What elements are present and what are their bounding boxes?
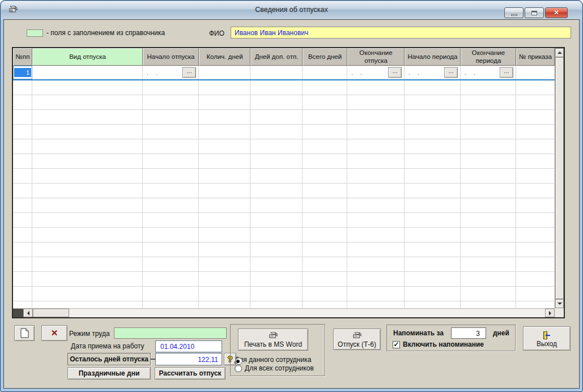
grid-cell-date[interactable]: . .... bbox=[405, 66, 461, 79]
print-group: Печать в MS Word Для данного сотрудника … bbox=[230, 324, 325, 376]
grid-cell bbox=[347, 80, 405, 95]
column-header-4[interactable]: Колич. дней bbox=[199, 48, 250, 66]
date-picker-button[interactable]: ... bbox=[444, 67, 458, 78]
grid-empty-row[interactable] bbox=[13, 242, 555, 257]
minimize-button[interactable] bbox=[504, 7, 524, 18]
new-record-button[interactable] bbox=[14, 325, 35, 341]
grid-cell[interactable] bbox=[303, 66, 347, 79]
hire-date-input[interactable]: 01.04.2010 bbox=[155, 340, 222, 352]
fio-input[interactable]: Иванов Иван Иванович bbox=[231, 27, 571, 39]
grid-cell[interactable] bbox=[32, 66, 143, 79]
scope-option-all[interactable]: Для всех сотрудников bbox=[235, 364, 314, 372]
grid-empty-row[interactable] bbox=[13, 301, 555, 308]
grid-empty-row[interactable] bbox=[13, 184, 555, 198]
scroll-up-button[interactable] bbox=[555, 48, 564, 57]
grid-header-row: №ппВид отпускаНачало отпускаКолич. днейД… bbox=[13, 48, 555, 66]
grid-cell bbox=[405, 213, 461, 227]
radio-all-employees[interactable] bbox=[235, 365, 242, 372]
grid-cell bbox=[199, 139, 250, 154]
close-button[interactable]: ✕ bbox=[545, 7, 568, 18]
scroll-down-button[interactable] bbox=[555, 299, 564, 308]
delete-record-button[interactable]: ✕ bbox=[41, 325, 67, 341]
grid-cell bbox=[143, 154, 199, 168]
grid-empty-row[interactable] bbox=[13, 257, 555, 272]
grid-cell bbox=[303, 184, 347, 198]
vertical-scrollbar[interactable] bbox=[555, 48, 564, 308]
grid-cell-rownum[interactable]: 1 bbox=[13, 66, 32, 79]
holidays-button[interactable]: Праздничные дни bbox=[67, 367, 151, 380]
window-titlebar[interactable]: Сведения об отпусках ✕ bbox=[1, 1, 582, 19]
grid-cell bbox=[303, 95, 347, 109]
column-header-6[interactable]: Всего дней bbox=[303, 48, 347, 66]
exit-button[interactable]: Выход bbox=[523, 326, 571, 351]
column-header-label: № приказа bbox=[519, 53, 552, 61]
column-header-3[interactable]: Начало отпуска bbox=[143, 48, 199, 66]
grid-empty-row[interactable] bbox=[13, 110, 555, 125]
vertical-scroll-thumb[interactable] bbox=[555, 57, 564, 299]
grid-cell bbox=[143, 169, 199, 183]
grid-empty-row[interactable] bbox=[13, 95, 555, 110]
radio-all-label: Для всех сотрудников bbox=[245, 364, 314, 372]
grid-cell bbox=[199, 154, 250, 168]
grid-cell bbox=[13, 242, 32, 257]
column-header-5[interactable]: Дней доп. отп. bbox=[250, 48, 303, 66]
grid-selected-row[interactable]: 1. ..... ..... ..... .... bbox=[13, 66, 555, 80]
grid-cell bbox=[405, 125, 461, 139]
grid-cell bbox=[405, 287, 461, 301]
calculate-vacation-button[interactable]: Рассчитать отпуск bbox=[155, 367, 225, 380]
grid-cell bbox=[516, 95, 555, 109]
maximize-icon bbox=[531, 11, 537, 15]
grid-cell bbox=[13, 287, 32, 301]
date-picker-button[interactable]: ... bbox=[182, 67, 196, 78]
grid-empty-row[interactable] bbox=[13, 139, 555, 154]
grid-cell-date[interactable]: . .... bbox=[461, 66, 516, 79]
grid-empty-row[interactable] bbox=[13, 80, 555, 95]
print-word-button[interactable]: Печать в MS Word bbox=[238, 329, 308, 351]
grid-cell bbox=[32, 95, 143, 109]
grid-cell[interactable] bbox=[250, 66, 303, 79]
column-header-10[interactable]: № приказа bbox=[516, 48, 555, 66]
grid-cell-date[interactable]: . .... bbox=[347, 66, 405, 79]
grid-empty-row[interactable] bbox=[13, 272, 555, 287]
print-t6-label: Отпуск (Т-6) bbox=[338, 340, 376, 348]
grid-cell bbox=[32, 184, 143, 198]
grid-empty-row[interactable] bbox=[13, 169, 555, 184]
grid-cell bbox=[347, 301, 405, 308]
reminder-checkbox[interactable]: ✓ bbox=[393, 341, 400, 348]
grid-empty-row[interactable] bbox=[13, 287, 555, 301]
grid-cell[interactable] bbox=[516, 66, 555, 79]
scroll-left-button[interactable] bbox=[23, 309, 33, 317]
grid-cell bbox=[516, 125, 555, 139]
column-header-8[interactable]: Начало периода bbox=[405, 48, 461, 66]
grid-empty-row[interactable] bbox=[13, 154, 555, 169]
grid-cell bbox=[250, 169, 303, 183]
maximize-button[interactable] bbox=[525, 7, 544, 18]
grid-cell-date[interactable]: . .... bbox=[143, 66, 199, 79]
scroll-right-button[interactable] bbox=[545, 309, 555, 317]
days-left-input[interactable]: 122,11 bbox=[155, 353, 222, 365]
grid-empty-row[interactable] bbox=[13, 213, 555, 228]
grid-cell[interactable] bbox=[199, 66, 250, 79]
column-header-2[interactable]: Вид отпуска bbox=[32, 48, 143, 66]
date-picker-button[interactable]: ... bbox=[388, 67, 402, 78]
column-header-1[interactable]: №пп bbox=[13, 48, 32, 66]
horizontal-scroll-thumb[interactable] bbox=[33, 309, 69, 317]
grid-cell bbox=[143, 184, 199, 198]
grid-cell bbox=[405, 272, 461, 286]
grid-empty-row[interactable] bbox=[13, 228, 555, 242]
work-mode-input[interactable] bbox=[114, 327, 227, 339]
date-picker-button[interactable]: ... bbox=[500, 67, 513, 78]
print-t6-button[interactable]: Отпуск (Т-6) bbox=[333, 329, 381, 350]
scope-option-current[interactable]: Для данного сотрудника bbox=[235, 356, 311, 364]
grid-cell bbox=[13, 301, 32, 308]
column-header-label: №пп bbox=[16, 53, 30, 61]
grid-cell bbox=[461, 169, 516, 183]
horizontal-scrollbar[interactable] bbox=[13, 308, 555, 317]
column-header-7[interactable]: Окончание отпуска bbox=[347, 48, 405, 66]
grid-empty-row[interactable] bbox=[13, 198, 555, 213]
reminder-toggle[interactable]: ✓ Включить напоминание bbox=[393, 340, 484, 348]
column-header-9[interactable]: Окончание периода bbox=[461, 48, 516, 66]
grid-empty-row[interactable] bbox=[13, 125, 555, 139]
grid-cell bbox=[32, 272, 143, 286]
remind-days-input[interactable]: 3 bbox=[451, 327, 486, 339]
